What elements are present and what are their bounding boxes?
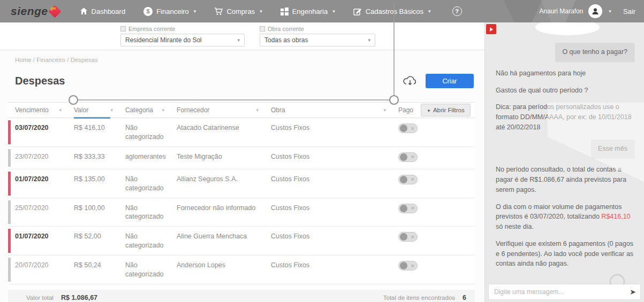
logo-text: sienge xyxy=(11,5,48,18)
toggle-x-icon: × xyxy=(411,154,414,160)
create-button[interactable]: Criar xyxy=(426,74,474,88)
column-label: Obra xyxy=(271,106,285,114)
open-filters-label: Abrir Filtros xyxy=(433,107,465,113)
cell-fornecedor: Allianz Seguros S.A. xyxy=(170,175,264,184)
nav-item-compras[interactable]: Compras ▾ xyxy=(214,7,262,16)
download-cloud-icon[interactable] xyxy=(403,75,417,87)
logout-link[interactable]: Sair xyxy=(623,7,635,16)
logo-diamond-icon: go xyxy=(48,5,61,18)
page-header: Despesas Criar xyxy=(0,63,484,88)
send-icon[interactable]: ➤ xyxy=(625,288,640,296)
table-row[interactable]: 20/07/2020 R$ 50,24 Não categorizado And… xyxy=(8,255,475,284)
column-header-obra[interactable]: Obra▾ xyxy=(264,103,391,118)
table-row[interactable]: 25/07/2020 R$ 100,00 Não categorizado Fo… xyxy=(8,198,475,227)
video-play-icon[interactable] xyxy=(486,24,496,34)
chevron-down-icon: ▾ xyxy=(237,37,240,43)
cell-obra: Custos Fixos xyxy=(264,175,391,184)
nav-item-dashboard[interactable]: Dashboard xyxy=(80,7,126,16)
items-count-label: Total de itens encontrados xyxy=(383,295,455,301)
nav-item-engenharia[interactable]: Engenharia ▾ xyxy=(281,7,335,16)
grid-icon xyxy=(281,7,289,16)
company-filter-label: Empresa corrente xyxy=(120,26,245,32)
column-header-pago: Pago ▼Abrir Filtros xyxy=(391,103,475,118)
cell-valor: R$ 52,00 xyxy=(67,232,118,241)
chevron-down-icon: ▾ xyxy=(368,37,370,43)
chat-messages: O que tenho a pagar? Não há pagamentos p… xyxy=(485,22,644,276)
open-filters-button[interactable]: ▼Abrir Filtros xyxy=(421,104,471,117)
nav-label: Cadastros Básicos xyxy=(366,7,423,16)
cell-valor: R$ 100,00 xyxy=(67,204,118,213)
column-header-categoria[interactable]: Categoria▾ xyxy=(118,103,170,118)
sort-icon: ▾ xyxy=(162,107,164,113)
paid-toggle[interactable]: × xyxy=(398,152,418,162)
user-name: Anauri Marafon xyxy=(539,7,583,15)
chat-message-input[interactable] xyxy=(489,288,625,296)
table-row[interactable]: 01/07/2020 R$ 135,00 Não categorizado Al… xyxy=(8,169,475,198)
column-label: Pago xyxy=(398,106,413,114)
help-icon[interactable]: ? xyxy=(452,6,462,16)
cell-obra: Custos Fixos xyxy=(264,152,391,161)
chevron-down-icon: ▾ xyxy=(332,9,335,14)
cell-vencimento: 20/07/2020 xyxy=(8,261,67,270)
cell-obra: Custos Fixos xyxy=(264,261,391,270)
chat-message-bot: O dia com o maior volume de pagamentos p… xyxy=(496,202,634,232)
company-checkbox[interactable] xyxy=(120,26,126,32)
cell-fornecedor: Teste Migração xyxy=(170,152,264,161)
highlighted-amount: R$416,10 xyxy=(601,213,630,220)
filter-label-text: Empresa corrente xyxy=(128,26,175,32)
company-select[interactable]: Residencial Mirante do Sol ▾ xyxy=(120,34,245,47)
sort-icon: ▾ xyxy=(110,107,113,113)
toggle-knob xyxy=(400,233,407,241)
sort-icon: ▾ xyxy=(59,107,62,113)
nav-item-cadastros-basicos[interactable]: Cadastros Básicos ▾ xyxy=(353,7,431,16)
chat-message-user: Esse mês xyxy=(591,140,634,158)
paid-toggle[interactable]: × xyxy=(398,261,418,270)
cell-obra: Custos Fixos xyxy=(264,123,391,133)
filter-triangle-icon: ▼ xyxy=(427,109,431,113)
column-header-vencimento[interactable]: Vencimento▾ xyxy=(8,103,67,118)
company-select-value: Residencial Mirante do Sol xyxy=(125,36,202,44)
logo-badge: go xyxy=(50,5,56,10)
table-row[interactable]: 23/07/2020 R$ 333,33 aglomerantes Teste … xyxy=(8,147,475,169)
column-label: Fornecedor xyxy=(177,106,209,114)
dollar-icon: $ xyxy=(143,7,153,16)
message-text: só neste dia. xyxy=(496,223,534,230)
page-title: Despesas xyxy=(15,75,65,87)
project-filter: Obra corrente Todas as obras ▾ xyxy=(260,26,375,50)
chevron-down-icon: ▾ xyxy=(194,9,196,14)
cell-valor: R$ 416,10 xyxy=(67,123,118,133)
table-row[interactable]: 01/07/2020 R$ 52,00 Não categorizado Ali… xyxy=(8,227,475,255)
cell-obra: Custos Fixos xyxy=(264,232,391,241)
cell-vencimento: 03/07/2020 xyxy=(8,123,67,133)
cell-categoria: Não categorizado xyxy=(118,204,170,222)
paid-toggle[interactable]: × xyxy=(398,123,418,133)
toggle-x-icon: × xyxy=(411,126,414,131)
project-select[interactable]: Todas as obras ▾ xyxy=(260,34,375,47)
project-filter-label: Obra corrente xyxy=(260,26,375,32)
paid-toggle[interactable]: × xyxy=(398,175,418,184)
header-actions: Criar xyxy=(403,74,474,88)
table-row[interactable]: 03/07/2020 R$ 416,10 Não categorizado At… xyxy=(8,118,475,147)
toggle-knob xyxy=(400,176,407,183)
project-checkbox[interactable] xyxy=(260,26,265,32)
nav-item-financeiro[interactable]: $ Financeiro ▾ xyxy=(143,7,196,16)
cell-obra: Custos Fixos xyxy=(264,204,391,213)
paid-toggle[interactable]: × xyxy=(398,204,418,213)
toggle-x-icon: × xyxy=(411,234,414,240)
avatar[interactable] xyxy=(588,4,602,18)
main-nav: Dashboard $ Financeiro ▾ Compras ▾ Engen… xyxy=(80,6,462,16)
chat-message-user: O que tenho a pagar? xyxy=(555,43,634,61)
total-value: R$ 1.086,67 xyxy=(61,294,97,301)
column-label: Valor xyxy=(74,106,88,114)
chevron-down-icon[interactable]: ▾ xyxy=(609,9,611,14)
column-header-fornecedor[interactable]: Fornecedor▾ xyxy=(170,103,264,118)
cell-valor: R$ 333,33 xyxy=(67,152,118,161)
paid-toggle[interactable]: × xyxy=(398,232,418,242)
nav-label: Dashboard xyxy=(92,7,126,16)
column-header-valor[interactable]: Valor▾ xyxy=(67,103,118,118)
breadcrumb[interactable]: Home / Financeiro / Despesas xyxy=(0,50,484,63)
sienge-logo[interactable]: sienge go xyxy=(11,5,59,18)
cell-vencimento: 01/07/2020 xyxy=(8,175,67,184)
total-label: Valor total xyxy=(26,295,54,301)
filter-label-text: Obra corrente xyxy=(268,26,304,32)
